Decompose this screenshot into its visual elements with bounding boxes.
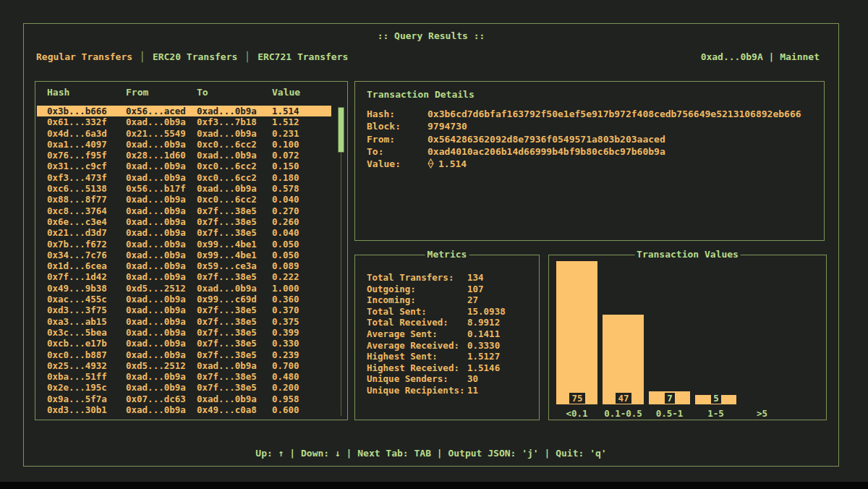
metric-item: Outgoing:107 — [355, 284, 539, 295]
table-row[interactable]: 0x7b...f6720xad...0b9a0x99...4be10.050 — [37, 239, 331, 250]
cell-to: 0x7f...38e5 — [197, 216, 257, 227]
cell-hash: 0x25...4932 — [47, 360, 107, 371]
cell-from: 0xad...0b9a — [126, 161, 186, 171]
cell-hash: 0x49...9b38 — [47, 283, 107, 294]
cell-to: 0xad...0b9a — [197, 360, 257, 371]
cell-from: 0xad...0b9a — [126, 116, 186, 127]
account-indicator: 0xad...0b9A | Mainnet — [701, 51, 820, 64]
cell-to: 0xad...0b9a — [197, 283, 257, 294]
tab-erc20-transfers[interactable]: ERC20 Transfers — [153, 51, 237, 62]
cell-value: 0.222 — [272, 271, 299, 282]
detail-label: Value: — [367, 158, 401, 170]
column-header-value: Value — [272, 87, 300, 98]
column-header-hash: Hash — [47, 87, 69, 98]
tab-erc721-transfers[interactable]: ERC721 Transfers — [258, 51, 348, 62]
table-row[interactable]: 0x3c...5bea0xad...0b9a0x7f...38e50.399 — [37, 327, 331, 338]
cell-value: 0.239 — [272, 349, 299, 360]
table-row[interactable]: 0x34...7c760xad...0b9a0x99...4be10.050 — [37, 250, 331, 260]
cell-to: 0xad...0b9a — [197, 106, 257, 116]
table-row[interactable]: 0x9a...5f7a0x07...dc630xad...0b9a0.958 — [37, 394, 331, 404]
cell-value: 0.375 — [272, 316, 299, 327]
cell-hash: 0x21...d3d7 — [47, 227, 107, 238]
metric-item: Highest Sent:1.5127 — [355, 351, 539, 362]
detail-label: Block: — [367, 120, 401, 132]
table-row[interactable]: 0xc0...b8870xad...0b9a0x7f...38e50.239 — [37, 349, 331, 360]
cell-from: 0x21...5549 — [126, 128, 186, 139]
cell-from: 0xad...0b9a — [126, 172, 186, 183]
table-row[interactable]: 0x6e...c3e40xad...0b9a0x7f...38e50.260 — [37, 216, 331, 227]
cell-to: 0x7f...38e5 — [197, 305, 257, 315]
table-row[interactable]: 0x4d...6a3d0x21...55490xad...0b9a0.231 — [37, 128, 331, 139]
cell-from: 0xad...0b9a — [126, 404, 186, 415]
column-header-from: From — [126, 87, 148, 98]
eth-diamond-icon — [427, 158, 434, 169]
cell-from: 0xad...0b9a — [126, 250, 186, 260]
cell-value: 0.578 — [272, 183, 299, 194]
table-row[interactable]: 0xcb...e17b0xad...0b9a0x7f...38e50.330 — [37, 338, 331, 349]
cell-hash: 0x7f...1d42 — [47, 271, 107, 282]
table-row[interactable]: 0xd3...30b10xad...0b9a0x49...c0a80.600 — [37, 404, 331, 415]
detail-label: Hash: — [367, 108, 395, 120]
metric-label: Average Sent: — [367, 328, 438, 340]
cell-hash: 0xd3...3f75 — [47, 305, 107, 315]
cell-to: 0x99...4be1 — [197, 239, 257, 250]
details-title: Transaction Details — [367, 89, 475, 100]
metric-item: Total Transfers:134 — [355, 272, 539, 284]
metric-item: Total Received:8.9912 — [355, 317, 539, 328]
table-row[interactable]: 0x21...d3d70xad...0b9a0x7f...38e50.040 — [37, 227, 331, 238]
table-scrollbar[interactable] — [338, 107, 344, 416]
cell-value: 0.072 — [272, 150, 299, 161]
category-label: 0.5-1 — [646, 408, 693, 419]
cell-hash: 0xf3...473f — [47, 172, 107, 183]
table-row[interactable]: 0xba...51ff0xad...0b9a0x7f...38e50.480 — [37, 371, 331, 382]
metric-item: Incoming:27 — [355, 294, 539, 306]
table-row[interactable]: 0xc8...37640xad...0b9a0x7f...38e50.270 — [37, 205, 331, 216]
cell-to: 0x99...4be1 — [197, 250, 257, 260]
cell-hash: 0xd3...30b1 — [47, 404, 107, 415]
cell-from: 0x07...dc63 — [126, 394, 186, 404]
metric-item: Highest Received:1.5146 — [355, 362, 539, 374]
metric-value: 30 — [467, 373, 478, 385]
table-row[interactable]: 0x3b...b6660x56...aced0xad...0b9a1.514 — [37, 106, 331, 116]
table-row[interactable]: 0x25...49320xd5...25120xad...0b9a0.700 — [37, 360, 331, 371]
table-row[interactable]: 0xf3...473f0xad...0b9a0xc0...6cc20.180 — [37, 172, 331, 183]
table-row[interactable]: 0xc6...51380x56...b17f0xad...0b9a0.578 — [37, 183, 331, 194]
tab-regular-transfers[interactable]: Regular Transfers — [36, 51, 132, 62]
cell-hash: 0x7b...f672 — [47, 239, 107, 250]
cell-hash: 0x9a...5f7a — [47, 394, 107, 404]
column-header-to: To — [197, 87, 208, 98]
table-row[interactable]: 0x88...8f770xad...0b9a0xc0...6cc20.040 — [37, 194, 331, 205]
metric-label: Unique Senders: — [367, 373, 448, 385]
table-row[interactable]: 0xa1...40970xad...0b9a0xc0...6cc20.100 — [37, 139, 331, 150]
chart-bar — [556, 261, 597, 404]
table-row[interactable]: 0xd3...3f750xad...0b9a0x7f...38e50.370 — [37, 305, 331, 315]
cell-to: 0xf3...7b18 — [197, 116, 257, 127]
cell-from: 0xad...0b9a — [126, 327, 186, 338]
table-row[interactable]: 0x31...c9cf0xad...0b9a0xc0...6cc20.150 — [37, 161, 331, 171]
table-row[interactable]: 0xa3...ab150xad...0b9a0x7f...38e50.375 — [37, 316, 331, 327]
table-row[interactable]: 0x7f...1d420xad...0b9a0x7f...38e50.222 — [37, 271, 331, 282]
detail-label: From: — [367, 133, 395, 145]
cell-hash: 0xa1...4097 — [47, 139, 107, 150]
cell-hash: 0x88...8f77 — [47, 194, 107, 205]
cell-hash: 0xc0...b887 — [47, 349, 107, 360]
scrollbar-thumb[interactable] — [338, 107, 344, 153]
table-row[interactable]: 0x49...9b380xd5...25120xad...0b9a1.000 — [37, 283, 331, 294]
metric-item: Unique Recipients:11 — [355, 385, 539, 396]
cell-from: 0x56...b17f — [126, 183, 186, 194]
metric-value: 107 — [467, 284, 484, 295]
table-row[interactable]: 0x2e...195c0xad...0b9a0x7f...38e50.200 — [37, 382, 331, 393]
category-label: 0.1-0.5 — [600, 408, 647, 419]
cell-value: 0.180 — [272, 172, 299, 183]
table-row[interactable]: 0x1d...6cea0xad...0b9a0x59...ce3a0.089 — [37, 260, 331, 271]
cell-value: 1.514 — [272, 106, 299, 116]
table-row[interactable]: 0x61...332f0xad...0b9a0xf3...7b181.512 — [37, 116, 331, 127]
table-row[interactable]: 0x76...f95f0x28...1d600xad...0b9a0.072 — [37, 150, 331, 161]
cell-to: 0x7f...38e5 — [197, 371, 257, 382]
cell-from: 0xad...0b9a — [126, 216, 186, 227]
detail-value: 0x564286362092d8e7936f0549571a803b203aac… — [427, 133, 665, 145]
cell-to: 0x7f...38e5 — [197, 327, 257, 338]
table-row[interactable]: 0xac...455c0xad...0b9a0x99...c69d0.360 — [37, 294, 331, 305]
metric-value: 1.5127 — [467, 351, 500, 362]
cell-hash: 0xc6...5138 — [47, 183, 107, 194]
